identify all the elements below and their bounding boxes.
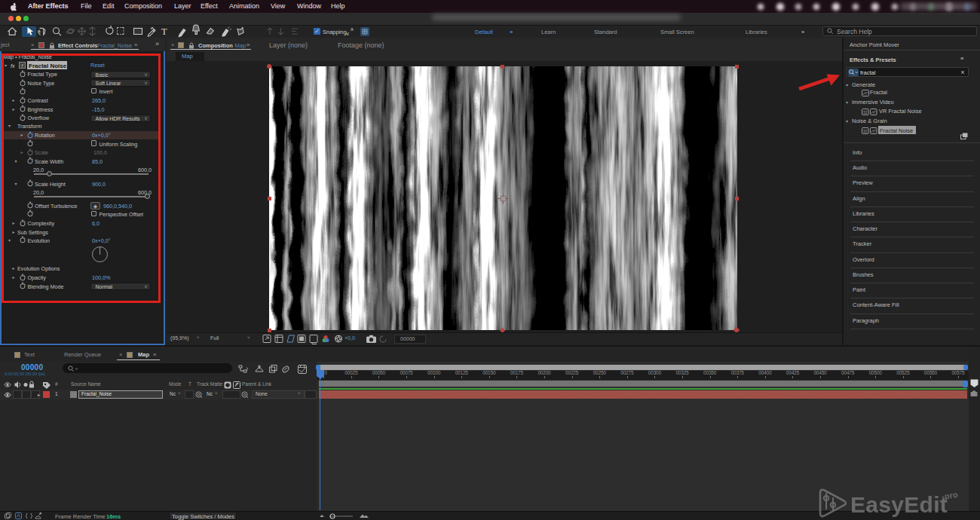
svg-text:EasyEdit: EasyEdit: [850, 492, 948, 517]
svg-text:32: 32: [862, 110, 867, 115]
svg-text:32: 32: [862, 129, 867, 133]
svg-text:·pro: ·pro: [941, 490, 958, 501]
svg-text:T: T: [161, 26, 167, 37]
